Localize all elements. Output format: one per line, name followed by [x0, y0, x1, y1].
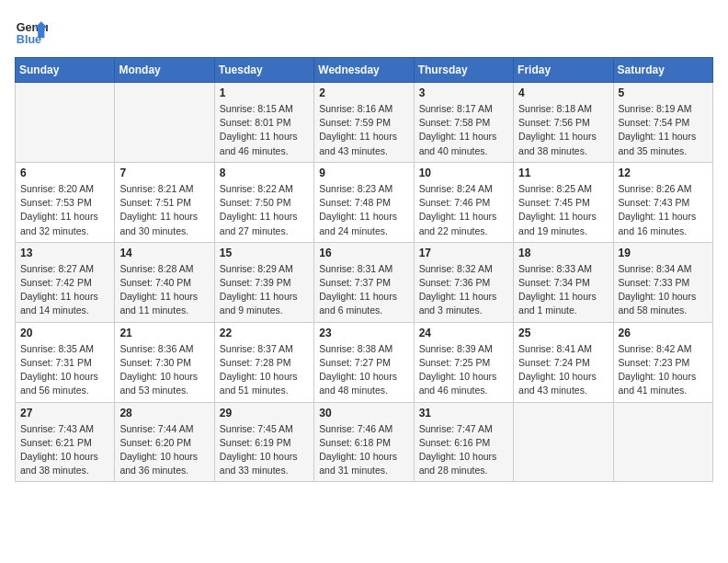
calendar-header-row: SundayMondayTuesdayWednesdayThursdayFrid… — [16, 58, 713, 83]
calendar-cell: 4Sunrise: 8:18 AM Sunset: 7:56 PM Daylig… — [514, 83, 613, 163]
day-info: Sunrise: 8:26 AM Sunset: 7:43 PM Dayligh… — [619, 182, 708, 238]
day-info: Sunrise: 8:34 AM Sunset: 7:33 PM Dayligh… — [619, 262, 708, 318]
calendar-cell: 9Sunrise: 8:23 AM Sunset: 7:48 PM Daylig… — [314, 162, 414, 242]
day-info: Sunrise: 8:35 AM Sunset: 7:31 PM Dayligh… — [20, 342, 109, 398]
day-number: 27 — [20, 407, 109, 419]
day-number: 12 — [619, 167, 708, 179]
day-info: Sunrise: 8:41 AM Sunset: 7:24 PM Dayligh… — [518, 342, 608, 398]
day-info: Sunrise: 8:33 AM Sunset: 7:34 PM Dayligh… — [518, 262, 608, 318]
day-number: 20 — [20, 327, 109, 339]
day-number: 4 — [518, 86, 608, 99]
day-info: Sunrise: 8:16 AM Sunset: 7:59 PM Dayligh… — [319, 102, 408, 158]
day-number: 15 — [220, 247, 309, 259]
calendar-cell: 29Sunrise: 7:45 AM Sunset: 6:19 PM Dayli… — [214, 402, 313, 482]
svg-text:Blue: Blue — [17, 33, 41, 46]
day-info: Sunrise: 8:31 AM Sunset: 7:37 PM Dayligh… — [319, 262, 408, 318]
day-info: Sunrise: 7:43 AM Sunset: 6:21 PM Dayligh… — [20, 422, 109, 478]
col-header-tuesday: Tuesday — [214, 58, 313, 83]
calendar-week-4: 20Sunrise: 8:35 AM Sunset: 7:31 PM Dayli… — [16, 322, 713, 402]
day-number: 22 — [220, 327, 309, 339]
calendar-cell: 12Sunrise: 8:26 AM Sunset: 7:43 PM Dayli… — [613, 162, 712, 242]
calendar-cell: 10Sunrise: 8:24 AM Sunset: 7:46 PM Dayli… — [414, 162, 513, 242]
day-number: 9 — [319, 167, 408, 179]
day-info: Sunrise: 8:38 AM Sunset: 7:27 PM Dayligh… — [319, 342, 408, 398]
day-number: 17 — [419, 247, 508, 259]
calendar-cell: 7Sunrise: 8:21 AM Sunset: 7:51 PM Daylig… — [115, 162, 214, 242]
calendar-cell: 26Sunrise: 8:42 AM Sunset: 7:23 PM Dayli… — [613, 322, 712, 402]
day-info: Sunrise: 8:17 AM Sunset: 7:58 PM Dayligh… — [419, 102, 508, 158]
calendar-cell: 16Sunrise: 8:31 AM Sunset: 7:37 PM Dayli… — [314, 242, 414, 322]
calendar-cell: 19Sunrise: 8:34 AM Sunset: 7:33 PM Dayli… — [613, 242, 712, 322]
day-number: 24 — [419, 327, 508, 339]
day-number: 26 — [619, 327, 708, 339]
day-number: 5 — [619, 86, 708, 99]
day-number: 6 — [20, 167, 109, 179]
logo-icon: General Blue — [15, 15, 48, 48]
calendar-cell — [613, 402, 712, 482]
calendar-cell: 27Sunrise: 7:43 AM Sunset: 6:21 PM Dayli… — [16, 402, 115, 482]
calendar-cell — [115, 83, 214, 163]
day-info: Sunrise: 7:45 AM Sunset: 6:19 PM Dayligh… — [220, 422, 309, 478]
day-info: Sunrise: 8:19 AM Sunset: 7:54 PM Dayligh… — [619, 102, 708, 158]
day-number: 3 — [419, 86, 508, 99]
calendar-cell: 21Sunrise: 8:36 AM Sunset: 7:30 PM Dayli… — [115, 322, 214, 402]
calendar-week-1: 1Sunrise: 8:15 AM Sunset: 8:01 PM Daylig… — [16, 83, 713, 163]
day-number: 31 — [419, 407, 508, 419]
day-info: Sunrise: 8:36 AM Sunset: 7:30 PM Dayligh… — [119, 342, 209, 398]
col-header-thursday: Thursday — [414, 58, 513, 83]
day-number: 23 — [319, 327, 408, 339]
day-info: Sunrise: 8:39 AM Sunset: 7:25 PM Dayligh… — [419, 342, 508, 398]
calendar-cell: 22Sunrise: 8:37 AM Sunset: 7:28 PM Dayli… — [214, 322, 313, 402]
day-number: 16 — [319, 247, 408, 259]
day-number: 8 — [220, 167, 309, 179]
day-number: 21 — [119, 327, 209, 339]
calendar-week-2: 6Sunrise: 8:20 AM Sunset: 7:53 PM Daylig… — [16, 162, 713, 242]
calendar-cell — [514, 402, 613, 482]
calendar-cell: 20Sunrise: 8:35 AM Sunset: 7:31 PM Dayli… — [16, 322, 115, 402]
calendar-cell: 25Sunrise: 8:41 AM Sunset: 7:24 PM Dayli… — [514, 322, 613, 402]
day-info: Sunrise: 8:15 AM Sunset: 8:01 PM Dayligh… — [220, 102, 309, 158]
day-number: 13 — [20, 247, 109, 259]
calendar-cell: 1Sunrise: 8:15 AM Sunset: 8:01 PM Daylig… — [214, 83, 313, 163]
col-header-monday: Monday — [115, 58, 214, 83]
calendar-cell: 8Sunrise: 8:22 AM Sunset: 7:50 PM Daylig… — [214, 162, 313, 242]
calendar-cell: 30Sunrise: 7:46 AM Sunset: 6:18 PM Dayli… — [314, 402, 414, 482]
day-info: Sunrise: 8:27 AM Sunset: 7:42 PM Dayligh… — [20, 262, 109, 318]
day-number: 2 — [319, 86, 408, 99]
col-header-saturday: Saturday — [613, 58, 712, 83]
calendar-cell: 14Sunrise: 8:28 AM Sunset: 7:40 PM Dayli… — [115, 242, 214, 322]
calendar-cell — [16, 83, 115, 163]
day-info: Sunrise: 8:25 AM Sunset: 7:45 PM Dayligh… — [518, 182, 608, 238]
calendar-cell: 13Sunrise: 8:27 AM Sunset: 7:42 PM Dayli… — [16, 242, 115, 322]
day-info: Sunrise: 8:23 AM Sunset: 7:48 PM Dayligh… — [319, 182, 408, 238]
calendar-cell: 18Sunrise: 8:33 AM Sunset: 7:34 PM Dayli… — [514, 242, 613, 322]
day-info: Sunrise: 8:18 AM Sunset: 7:56 PM Dayligh… — [518, 102, 608, 158]
calendar: SundayMondayTuesdayWednesdayThursdayFrid… — [15, 57, 713, 482]
col-header-sunday: Sunday — [16, 58, 115, 83]
calendar-week-3: 13Sunrise: 8:27 AM Sunset: 7:42 PM Dayli… — [16, 242, 713, 322]
day-number: 29 — [220, 407, 309, 419]
day-info: Sunrise: 7:47 AM Sunset: 6:16 PM Dayligh… — [419, 422, 508, 478]
calendar-cell: 15Sunrise: 8:29 AM Sunset: 7:39 PM Dayli… — [214, 242, 313, 322]
day-info: Sunrise: 8:32 AM Sunset: 7:36 PM Dayligh… — [419, 262, 508, 318]
day-number: 28 — [119, 407, 209, 419]
day-info: Sunrise: 7:46 AM Sunset: 6:18 PM Dayligh… — [319, 422, 408, 478]
day-info: Sunrise: 8:29 AM Sunset: 7:39 PM Dayligh… — [220, 262, 309, 318]
day-info: Sunrise: 8:20 AM Sunset: 7:53 PM Dayligh… — [20, 182, 109, 238]
calendar-cell: 24Sunrise: 8:39 AM Sunset: 7:25 PM Dayli… — [414, 322, 513, 402]
day-info: Sunrise: 8:24 AM Sunset: 7:46 PM Dayligh… — [419, 182, 508, 238]
day-number: 19 — [619, 247, 708, 259]
day-info: Sunrise: 8:37 AM Sunset: 7:28 PM Dayligh… — [220, 342, 309, 398]
calendar-cell: 28Sunrise: 7:44 AM Sunset: 6:20 PM Dayli… — [115, 402, 214, 482]
calendar-cell: 17Sunrise: 8:32 AM Sunset: 7:36 PM Dayli… — [414, 242, 513, 322]
col-header-wednesday: Wednesday — [314, 58, 414, 83]
day-number: 11 — [518, 167, 608, 179]
day-number: 25 — [518, 327, 608, 339]
day-info: Sunrise: 8:42 AM Sunset: 7:23 PM Dayligh… — [619, 342, 708, 398]
day-number: 1 — [220, 86, 309, 99]
col-header-friday: Friday — [514, 58, 613, 83]
page-header: General Blue — [15, 15, 713, 48]
day-number: 30 — [319, 407, 408, 419]
day-info: Sunrise: 8:28 AM Sunset: 7:40 PM Dayligh… — [119, 262, 209, 318]
day-number: 18 — [518, 247, 608, 259]
